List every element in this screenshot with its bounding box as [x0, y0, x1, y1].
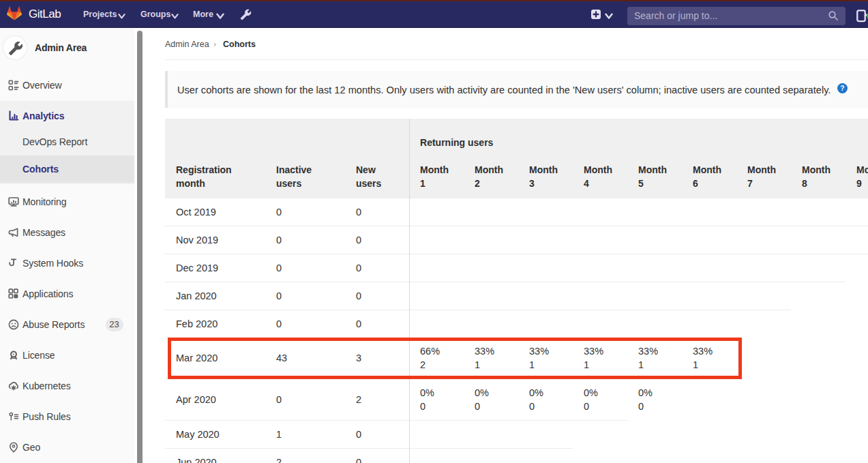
svg-text:?: ? [840, 85, 844, 92]
